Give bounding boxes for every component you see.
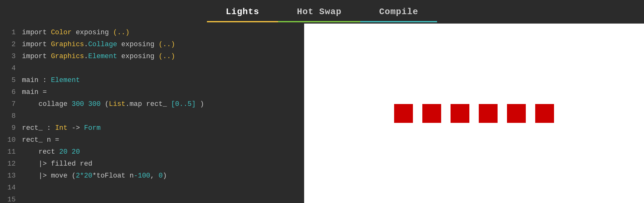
code-content: import Graphics.Element exposing (..): [22, 51, 175, 63]
code-token: Color: [51, 27, 71, 39]
code-token: rect_ n: [22, 134, 51, 146]
code-token: (..): [159, 39, 175, 51]
code-token: |> move (: [22, 170, 76, 182]
tab-compile[interactable]: Compile: [360, 1, 437, 22]
tab-lights[interactable]: Lights: [207, 1, 278, 22]
line-number: 9: [3, 122, 16, 134]
code-line-9: 9rect_ : Int -> Form: [0, 122, 304, 134]
code-token: :: [43, 122, 55, 134]
code-token: 300 300: [71, 98, 100, 110]
code-token: ->: [67, 122, 84, 134]
code-content: |> filled red: [22, 158, 92, 170]
code-token: (: [101, 98, 109, 110]
code-token: import: [22, 51, 51, 63]
code-token: exposing: [117, 39, 159, 51]
tab-hotswap-indicator: [278, 21, 360, 22]
rect-4: [507, 104, 526, 123]
code-token: Form: [84, 122, 101, 134]
tab-lights-label: Lights: [226, 7, 259, 17]
code-token: main: [22, 74, 39, 86]
code-line-14: 14: [0, 182, 304, 194]
line-number: 7: [3, 98, 16, 110]
code-line-6: 6main =: [0, 86, 304, 98]
code-token: 20 20: [59, 146, 80, 158]
code-line-2: 2import Graphics.Collage exposing (..): [0, 39, 304, 51]
tab-lights-indicator: [207, 21, 278, 22]
code-line-7: 7 collage 300 300 (List.map rect_ [0..5]…: [0, 98, 304, 110]
line-number: 6: [3, 86, 16, 98]
code-token: exposing: [117, 51, 159, 63]
code-token: Element: [88, 51, 117, 63]
tab-compile-indicator: [360, 21, 437, 22]
code-token: .: [84, 51, 88, 63]
tab-bar: Lights Hot Swap Compile: [0, 0, 644, 24]
code-line-4: 4: [0, 63, 304, 74]
code-line-3: 3import Graphics.Element exposing (..): [0, 51, 304, 63]
code-content: main : Element: [22, 74, 80, 86]
code-token: =: [51, 134, 59, 146]
code-token: |> filled red: [22, 158, 92, 170]
code-content: import Color exposing (..): [22, 27, 129, 39]
code-token: .: [84, 39, 88, 51]
rect-5: [535, 104, 554, 123]
code-token: ): [196, 98, 204, 110]
code-token: 2*20: [76, 170, 92, 182]
code-token: 0: [159, 170, 163, 182]
rect-0: [394, 104, 413, 123]
line-number: 3: [3, 51, 16, 63]
line-number: 5: [3, 74, 16, 86]
code-token: =: [39, 86, 47, 98]
code-line-12: 12 |> filled red: [0, 158, 304, 170]
code-token: Graphics: [51, 51, 84, 63]
code-line-11: 11 rect 20 20: [0, 146, 304, 158]
tab-compile-label: Compile: [379, 7, 418, 17]
code-line-1: 1import Color exposing (..): [0, 27, 304, 39]
code-token: :: [39, 74, 51, 86]
code-token: collage: [22, 98, 71, 110]
line-number: 15: [3, 194, 16, 203]
code-token: rect_: [22, 122, 43, 134]
code-token: ,: [150, 170, 158, 182]
code-line-13: 13 |> move (2*20*toFloat n-100, 0): [0, 170, 304, 182]
code-token: [0..5]: [171, 98, 196, 110]
code-line-10: 10rect_ n =: [0, 134, 304, 146]
code-content: rect 20 20: [22, 146, 80, 158]
code-token: List: [109, 98, 125, 110]
line-number: 4: [3, 63, 16, 74]
line-number: 14: [3, 182, 16, 194]
code-content: import Graphics.Collage exposing (..): [22, 39, 175, 51]
code-token: Graphics: [51, 39, 84, 51]
line-number: 2: [3, 39, 16, 51]
code-token: rect: [22, 146, 59, 158]
code-token: Collage: [88, 39, 117, 51]
code-token: Int: [55, 122, 68, 134]
code-token: (..): [159, 51, 175, 63]
line-number: 1: [3, 27, 16, 39]
rect-2: [451, 104, 469, 123]
rect-row: [394, 104, 554, 123]
tab-hotswap-label: Hot Swap: [297, 7, 341, 17]
code-content: rect_ n =: [22, 134, 59, 146]
code-token: exposing: [71, 27, 113, 39]
code-token: ): [163, 170, 167, 182]
line-number: 11: [3, 146, 16, 158]
tab-hotswap[interactable]: Hot Swap: [278, 1, 360, 22]
code-line-5: 5main : Element: [0, 74, 304, 86]
code-content: |> move (2*20*toFloat n-100, 0): [22, 170, 167, 182]
preview-canvas: [427, 66, 521, 161]
code-token: *toFloat n: [92, 170, 134, 182]
preview-panel: [304, 24, 644, 203]
line-number: 10: [3, 134, 16, 146]
code-token: .map rect_: [125, 98, 171, 110]
code-content: collage 300 300 (List.map rect_ [0..5] ): [22, 98, 204, 110]
line-number: 13: [3, 170, 16, 182]
code-token: -100: [134, 170, 150, 182]
code-token: Element: [51, 74, 80, 86]
code-line-8: 8: [0, 110, 304, 122]
code-editor: 1import Color exposing (..)2import Graph…: [0, 24, 304, 203]
rect-1: [422, 104, 441, 123]
rect-3: [479, 104, 498, 123]
main-content: 1import Color exposing (..)2import Graph…: [0, 24, 644, 203]
code-token: main: [22, 86, 39, 98]
code-line-15: 15: [0, 194, 304, 203]
